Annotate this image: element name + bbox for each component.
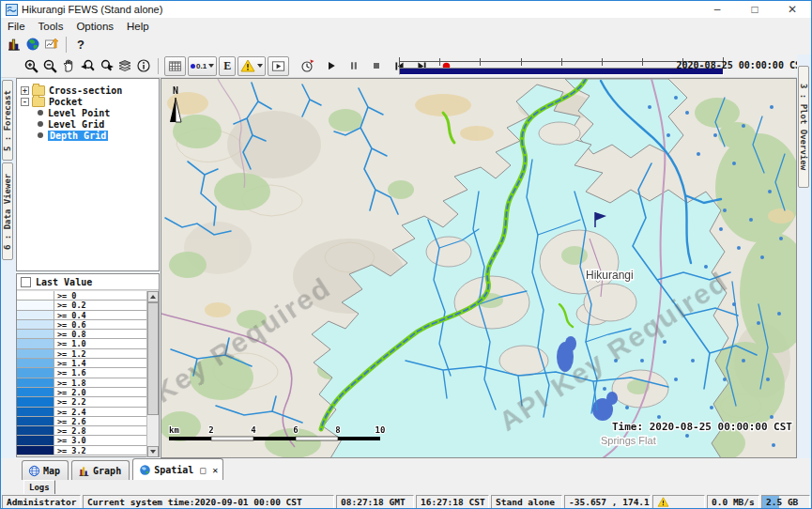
legend-color-swatch — [17, 330, 54, 339]
legend-row: >= 3.0 — [17, 436, 159, 445]
legend-row: >= 2.8 — [17, 426, 159, 436]
legend-row: >= 0.2 — [17, 301, 159, 310]
map-svg: API Key Required API Key Required Hikura… — [161, 79, 797, 458]
timeline-track[interactable] — [399, 57, 724, 67]
north-label: N — [173, 85, 178, 96]
left-tab-strip: 5 : Forecast 6 : Data Viewer — [1, 78, 15, 458]
legend-row-label: >= 0.4 — [54, 311, 159, 320]
legend-scrollbar[interactable] — [146, 291, 159, 457]
legend-row: >= 1.8 — [17, 378, 159, 388]
tab-map[interactable]: Map — [22, 460, 69, 480]
timeline-slider[interactable] — [399, 57, 724, 75]
logs-button[interactable]: Logs — [23, 480, 55, 495]
point-size-button[interactable]: 0.1 — [188, 56, 217, 76]
place-label: Springs Flat — [601, 435, 656, 446]
menu-tools[interactable]: Tools — [32, 20, 70, 33]
pan-hand-icon[interactable] — [59, 56, 78, 75]
minimize-button[interactable]: – — [698, 1, 736, 18]
legend-color-swatch — [17, 291, 54, 301]
stop-icon[interactable] — [367, 56, 386, 75]
zoom-in-icon[interactable] — [22, 56, 40, 75]
layers-icon[interactable] — [115, 56, 134, 75]
tab-maximize-icon[interactable]: □ — [200, 465, 206, 475]
collapse-icon[interactable]: - — [21, 98, 29, 106]
info-icon[interactable] — [134, 56, 153, 75]
scrollbar-thumb[interactable] — [147, 302, 159, 415]
zoom-next-icon[interactable] — [97, 56, 115, 75]
status-system-time: Current system time:2020-09-01 00:00 CST — [83, 495, 334, 509]
database-viewer-icon[interactable] — [5, 35, 23, 54]
editor-label: E — [222, 59, 233, 73]
timeline-range-bar[interactable] — [399, 68, 724, 75]
legend-row: >= 0.8 — [17, 330, 159, 339]
legend-row-label: >= 0.8 — [54, 330, 159, 339]
legend-row-label: >= 3.2 — [54, 446, 159, 455]
zoom-previous-icon[interactable] — [78, 56, 97, 75]
scale-tick-label: 6 — [293, 425, 298, 435]
globe-icon[interactable] — [23, 35, 42, 54]
legend-row-label: >= 2.2 — [54, 397, 159, 407]
expand-icon[interactable]: + — [21, 86, 29, 95]
help-button[interactable]: ? — [71, 35, 90, 54]
tree-item-label: Level Grid — [48, 119, 104, 130]
legend-row: >= 2.4 — [17, 408, 159, 417]
tree-item-depth-grid[interactable]: Depth Grid — [17, 130, 159, 141]
movie-player-button[interactable] — [268, 56, 289, 76]
scroll-down-icon[interactable] — [147, 446, 159, 457]
menu-file[interactable]: File — [1, 20, 32, 33]
tab-plot-overview[interactable]: 3 : Plot Overview — [798, 66, 809, 188]
tree-item-label: Cross-section — [49, 85, 122, 96]
editor-button[interactable]: E — [219, 56, 236, 76]
status-transfer-rate: 0.0 MB/s — [707, 495, 759, 509]
main-toolbar: ? — [1, 34, 811, 54]
grid-display-button[interactable] — [164, 56, 186, 76]
tree-item-label: Level Point — [48, 108, 110, 118]
legend-row-label: >= 1.4 — [54, 359, 159, 368]
tab-spatial-label: Spatial — [154, 465, 193, 475]
legend-color-swatch — [17, 339, 54, 348]
legend-color-swatch — [17, 388, 54, 397]
tab-spatial[interactable]: Spatial □ ✕ — [132, 458, 223, 480]
scale-tick-label: 4 — [251, 425, 256, 435]
tree-item-level-grid[interactable]: Level Grid — [17, 118, 159, 130]
legend-row-label: >= 2.4 — [54, 408, 159, 417]
legend-table: >= 0 >= 0.2 >= 0.4 >= 0.6 >= 0.8 >= 1.0 … — [17, 290, 159, 457]
legend-color-swatch — [17, 417, 54, 426]
tree-item-pocket[interactable]: - Pocket — [17, 96, 159, 107]
legend-color-swatch — [17, 408, 54, 417]
menu-options[interactable]: Options — [69, 20, 120, 33]
scale-tick-label: 2 — [208, 425, 213, 435]
legend-row-label: >= 2.8 — [54, 426, 159, 436]
play-icon[interactable] — [322, 56, 341, 75]
menu-help[interactable]: Help — [120, 20, 156, 33]
animation-settings-icon[interactable] — [298, 56, 316, 75]
last-value-checkbox[interactable] — [21, 277, 31, 287]
status-warning-cell[interactable] — [652, 495, 705, 509]
maximize-button[interactable]: □ — [736, 1, 774, 18]
legend-row: >= 0 — [17, 291, 159, 301]
scroll-up-icon[interactable] — [147, 291, 159, 302]
map-canvas[interactable]: API Key Required API Key Required Hikura… — [161, 78, 797, 458]
tab-data-viewer[interactable]: 6 : Data Viewer — [2, 162, 13, 260]
legend-row-label: >= 1.0 — [54, 339, 159, 348]
legend-color-swatch — [17, 320, 54, 330]
pause-icon[interactable] — [345, 56, 363, 75]
tab-close-icon[interactable]: ✕ — [212, 465, 218, 475]
scale-unit-label: km — [169, 425, 179, 435]
zoom-out-icon[interactable] — [40, 56, 59, 75]
tree-item-level-point[interactable]: Level Point — [17, 107, 159, 118]
close-button[interactable]: ✕ — [774, 1, 811, 18]
main-area: 5 : Forecast 6 : Data Viewer + Cross-sec… — [1, 78, 812, 458]
warnings-button[interactable] — [237, 56, 266, 76]
tab-graph[interactable]: Graph — [71, 460, 130, 480]
tab-forecast[interactable]: 5 : Forecast — [2, 80, 13, 161]
spatial-display-icon[interactable] — [42, 35, 61, 54]
point-icon — [191, 64, 195, 69]
status-local-time: 16:27:18 CST — [416, 495, 489, 509]
menu-bar: File Tools Options Help — [1, 18, 811, 34]
tree-item-label-selected: Depth Grid — [48, 131, 108, 141]
status-gmt-time: 08:27:18 GMT — [336, 495, 414, 509]
last-value-label: Last Value — [36, 277, 92, 287]
legend-row: >= 2.2 — [17, 397, 159, 407]
legend-color-swatch — [17, 349, 54, 359]
